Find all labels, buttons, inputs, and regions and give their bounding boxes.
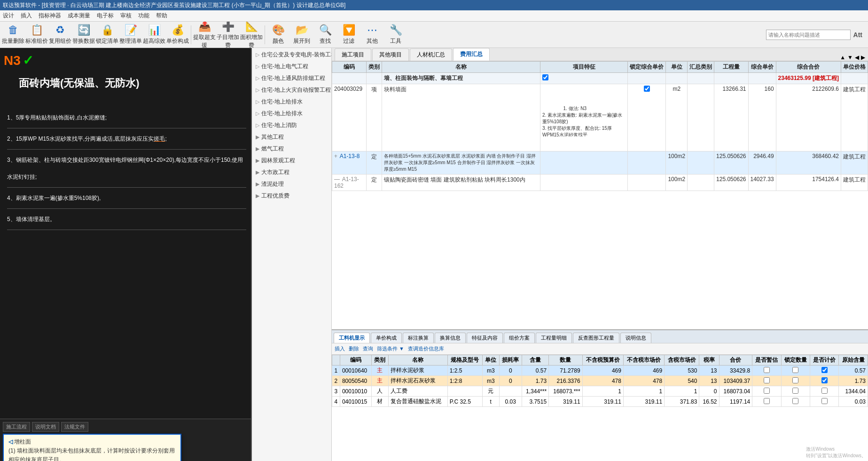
estimate-checkbox-2[interactable] (764, 377, 770, 383)
tree-item-10[interactable]: ▶ 园林景观工程 (252, 155, 331, 167)
left-tab-2[interactable]: 说明文档 (32, 422, 59, 432)
bottom-tab-qty-detail[interactable]: 工程量明细 (536, 333, 572, 343)
tree-item-4[interactable]: ▷ 住宅-地上火灾自动报警工程 (252, 84, 331, 96)
tab-arrow-right[interactable]: ▶ (861, 54, 865, 61)
btcol-taxrate: 税率 (699, 355, 719, 366)
btn-unit-compose[interactable]: 💰 单价构成 (166, 23, 189, 47)
bt-origcontent-4: 0.03 (839, 397, 868, 407)
group-lock-checkbox[interactable] (542, 74, 548, 80)
priced-checkbox-1[interactable] (821, 367, 828, 373)
btn-delete[interactable]: 删除 (349, 345, 359, 352)
other-icon: ⋯ (367, 24, 377, 36)
bottom-tab-calc-info[interactable]: 换算信息 (435, 333, 466, 343)
priced-checkbox-2[interactable] (821, 377, 828, 383)
estimate-checkbox-3[interactable] (764, 388, 770, 394)
bt-loss-4: 0.03 (499, 397, 522, 407)
lockqty-checkbox-3[interactable] (792, 388, 798, 394)
tab-fees[interactable]: 费用汇总 (453, 48, 490, 61)
btn-super-high[interactable]: 📊 超高综效 (143, 23, 165, 47)
tree-item-7[interactable]: ▷ 住宅-地上消防 (252, 119, 331, 131)
btn-expand-to[interactable]: 📂 展开到 (290, 23, 313, 47)
group-summary (688, 73, 714, 84)
bottom-tab-desc[interactable]: 说明信息 (620, 333, 651, 343)
tree-item-11[interactable]: ▶ 大市政工程 (252, 167, 331, 178)
row3-category: 建筑工程 (841, 175, 868, 191)
btn-search[interactable]: 🔍 查找 (314, 23, 336, 47)
btn-price-db[interactable]: 查调造价信息库 (408, 345, 444, 352)
btn-lock-list[interactable]: 🔒 锁定清单 (96, 23, 118, 47)
lockqty-checkbox-2[interactable] (792, 377, 798, 383)
menu-item-sheji[interactable]: 设计 (3, 12, 14, 20)
tree-icon-12: ▶ (256, 181, 259, 187)
btn-insert[interactable]: 插入 (335, 345, 345, 352)
bottom-tab-standard-calc[interactable]: 标注换算 (403, 333, 434, 343)
menu-item-charu[interactable]: 插入 (21, 12, 32, 20)
left-tab-1[interactable]: 施工流程 (3, 422, 30, 432)
tree-item-5[interactable]: ▷ 住宅-地上给排水 (252, 96, 331, 108)
left-tab-3[interactable]: 法规文件 (61, 422, 88, 432)
tab-other[interactable]: 其他项目 (372, 48, 409, 61)
menu-item-index[interactable]: 指标神器 (39, 12, 61, 20)
row2-name: 各种墙面15+5mm 水泥石灰砂浆底层 水泥砂浆面 内墙 合并制作子目 湿拌拌灰… (382, 151, 540, 175)
tab-arrow-left[interactable]: ◀ (855, 54, 859, 61)
estimate-checkbox-4[interactable] (764, 398, 770, 404)
bottom-tab-materials[interactable]: 工料机显示 (334, 333, 370, 343)
col-lock: 锁定综合单价 (628, 62, 666, 73)
btn-tools[interactable]: 🔧 工具 (384, 23, 407, 47)
btn-other[interactable]: ⋯ 其他 (361, 23, 383, 47)
tree-item-8[interactable]: ▶ 其他工程 (252, 131, 331, 143)
menu-item-etender[interactable]: 电子标 (97, 12, 114, 20)
tree-item-13[interactable]: ▶ 工程优质费 (252, 190, 331, 202)
tree-item-2[interactable]: ▷ 住宅-地上电气工程 (252, 61, 331, 72)
menu-item-cost[interactable]: 成本测量 (68, 12, 90, 20)
estimate-checkbox-1[interactable] (764, 367, 770, 373)
btn-reuse-price[interactable]: ♻ 复用组价 (49, 23, 71, 47)
tab-construction[interactable]: 施工项目 (335, 48, 371, 61)
tab-arrow-down[interactable]: ▼ (847, 54, 853, 61)
bt-priced-1 (810, 366, 839, 376)
bottom-tab-features[interactable]: 特征及内容 (467, 333, 503, 343)
menu-item-help[interactable]: 帮助 (156, 12, 167, 20)
tree-item-12[interactable]: ▶ 渣泥处理 (252, 178, 331, 190)
tab-arrow-up[interactable]: ▲ (840, 54, 845, 61)
bottom-tab-reverse-check[interactable]: 反查图形工程量 (573, 333, 619, 343)
btn-replace-data[interactable]: 🔄 替换数据 (72, 23, 95, 47)
tab-materials[interactable]: 人材机汇总 (410, 48, 452, 61)
area-add-fee-icon: 📐 (245, 22, 258, 32)
lockqty-checkbox-4[interactable] (792, 398, 798, 404)
menu-item-review[interactable]: 审核 (120, 12, 132, 20)
bottom-tab-unit-compose[interactable]: 单价构成 (371, 333, 402, 343)
lockqty-checkbox-1[interactable] (792, 367, 798, 373)
btn-batch-delete[interactable]: 🗑 批量删除 (2, 23, 24, 47)
tree-item-6[interactable]: ▷ 住宅-地上给排水 (252, 108, 331, 119)
drawing-title: 面砖内墙(无保温、无防水) (19, 76, 140, 90)
row3-unit-price: 14027.33 (748, 175, 776, 191)
menu-item-function[interactable]: 功能 (138, 12, 149, 20)
row2-feature (540, 151, 628, 175)
bt-market-tax-1: 530 (665, 366, 699, 376)
btn-filter[interactable]: 🔽 过滤 (337, 23, 360, 47)
bt-name-2: 拌样水泥石灰砂浆 (388, 376, 447, 386)
windows-watermark: 激活Windows转到"设置"以激活Windows。 (806, 446, 866, 459)
btn-extract[interactable]: 📤 提取超支援 (193, 23, 216, 47)
tab-bar: 施工项目 其他项目 人材机汇总 费用汇总 ▲ ▼ ◀ ▶ (332, 48, 868, 61)
btn-standard-price[interactable]: 📋 标准组价 (25, 23, 48, 47)
tree-icon-8: ▶ (256, 134, 259, 140)
right-content: 施工项目 其他项目 人材机汇总 费用汇总 ▲ ▼ ◀ ▶ 编码 类别 名称 项目… (332, 48, 868, 461)
priced-checkbox-4[interactable] (821, 398, 828, 404)
tree-item-1[interactable]: ▷ 住宅公变及专变电房-装饰工程 (252, 49, 331, 61)
row3-code: — A1-13-162 (332, 175, 367, 191)
btn-sub-add-fee[interactable]: ➕ 子目增加费 (217, 23, 239, 47)
btn-query[interactable]: 查询 (363, 345, 373, 352)
btn-color[interactable]: 🎨 颜色 (267, 23, 289, 47)
search-input[interactable] (766, 30, 851, 40)
priced-checkbox-3[interactable] (821, 388, 828, 394)
tree-item-9[interactable]: ▶ 燃气工程 (252, 143, 331, 155)
btn-organize[interactable]: 📝 整理清单 (119, 23, 142, 47)
btn-filter-cond[interactable]: 筛选条件 ▼ (377, 345, 404, 352)
btn-reuse-price-label: 复用组价 (49, 37, 71, 45)
tree-item-3[interactable]: ▷ 住宅-地上通风防排烟工程 (252, 72, 331, 84)
btn-area-add-fee[interactable]: 📐 面积增加费 (240, 23, 263, 47)
row1-lock-checkbox[interactable] (644, 86, 650, 92)
bottom-tab-price-plan[interactable]: 组价方案 (504, 333, 535, 343)
